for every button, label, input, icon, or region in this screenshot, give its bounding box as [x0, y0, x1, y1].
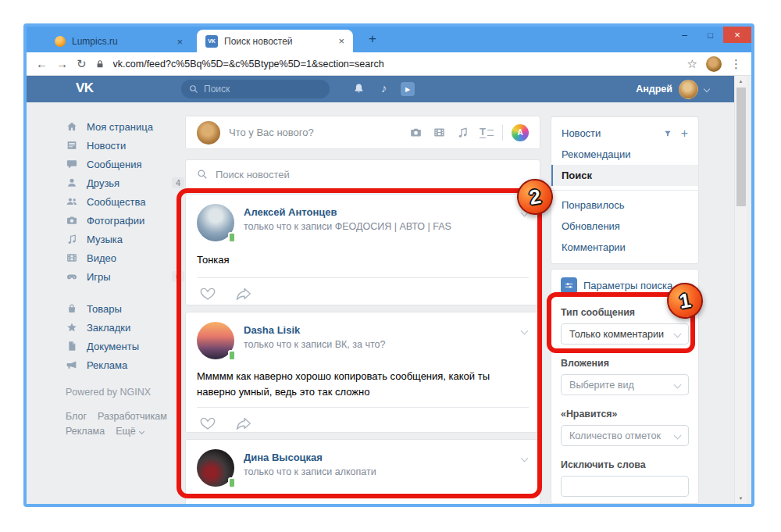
sidebar-item-photos[interactable]: Фотографии	[66, 211, 184, 230]
sidebar-item-market[interactable]: Товары	[66, 299, 184, 318]
chevron-down-icon	[139, 428, 144, 434]
likes-count-select[interactable]: Количество отметок	[561, 425, 689, 446]
scroll-down-icon[interactable]: ▼	[735, 496, 747, 501]
feed-tab-news[interactable]: Новости +	[551, 123, 698, 144]
address-input[interactable]: vk.com/feed?c%5Bq%5D=&c%5Btype%5D=1&sect…	[113, 59, 679, 70]
screenshot-stage: Lumpics.ru × VK Поиск новостей × + – □ ×…	[0, 0, 781, 532]
https-lock-icon	[95, 59, 105, 69]
tab-vk-news-search[interactable]: VK Поиск новостей ×	[197, 30, 353, 52]
sidebar-item-ads[interactable]: Реклама	[66, 355, 184, 374]
vk-favicon: VK	[205, 35, 218, 48]
account-menu[interactable]: Андрей	[636, 76, 709, 102]
search-placeholder: Поиск	[204, 84, 230, 95]
feed-tab-updates[interactable]: Обновления	[551, 216, 698, 237]
news-search-placeholder: Поиск новостей	[216, 169, 290, 180]
document-icon	[66, 340, 78, 352]
music-icon[interactable]: ♪	[381, 81, 387, 95]
filter-funnel-icon[interactable]	[663, 129, 672, 138]
bookmark-star-icon[interactable]: ☆	[687, 58, 697, 70]
browser-titlebar: Lumpics.ru × VK Поиск новостей × + – □ ×	[27, 27, 751, 52]
sidebar-item-messages[interactable]: Сообщения	[66, 155, 184, 173]
composer-divider	[502, 125, 503, 141]
star-icon	[66, 321, 78, 334]
chevron-down-icon	[674, 432, 682, 440]
post-background-picker-icon[interactable]: A	[512, 124, 529, 141]
home-icon	[66, 120, 78, 133]
tab-close-icon[interactable]: ×	[338, 35, 344, 47]
vk-topbar: VK Поиск ♪ ▶ Андрей	[27, 76, 734, 102]
sidebar-item-bookmarks[interactable]: Закладки	[66, 318, 184, 337]
feed-tab-liked[interactable]: Понравилось	[551, 195, 698, 216]
attach-music-icon[interactable]	[456, 126, 469, 139]
sidebar-gap	[66, 286, 184, 299]
video-play-icon[interactable]: ▶	[401, 82, 415, 96]
footer-link-developers[interactable]: Разработчикам	[98, 411, 167, 422]
news-search-input[interactable]: Поиск новостей	[185, 159, 540, 189]
footer-link-ads[interactable]: Реклама	[66, 426, 105, 437]
footer-link-more[interactable]: Ещё	[116, 426, 144, 437]
search-icon	[189, 84, 198, 94]
feed-sections-menu: Новости + Рекомендации Поиск Понравилось	[551, 116, 699, 264]
people-icon	[66, 195, 78, 208]
chat-bubble-icon	[66, 158, 78, 170]
exclude-words-field[interactable]	[561, 476, 689, 497]
search-icon	[197, 169, 208, 180]
back-icon[interactable]: ←	[36, 58, 48, 70]
attachments-select[interactable]: Выберите вид	[561, 374, 689, 395]
browser-profile-avatar[interactable]	[706, 56, 722, 72]
tab-title: Lumpics.ru	[72, 36, 170, 47]
feed-tab-comments[interactable]: Комментарии	[551, 237, 698, 258]
post-composer[interactable]: Что у Вас нового? T A	[185, 116, 540, 149]
sidebar-item-games[interactable]: Игры 6	[66, 267, 184, 286]
vk-logo[interactable]: VK	[76, 80, 94, 96]
sidebar-item-news[interactable]: Новости	[66, 136, 184, 155]
user-avatar	[679, 80, 698, 99]
new-tab-button[interactable]: +	[369, 31, 376, 47]
sidebar-item-video[interactable]: Видео	[66, 248, 184, 267]
feed-tab-search-active[interactable]: Поиск	[551, 165, 698, 186]
sidebar-item-music[interactable]: Музыка	[66, 230, 184, 248]
feed-tab-recommendations[interactable]: Рекомендации	[551, 144, 698, 165]
menu-divider	[551, 190, 698, 191]
notifications-bell-icon[interactable]	[352, 82, 366, 95]
page-scrollbar[interactable]: ▲ ▼	[734, 76, 747, 504]
maximize-button[interactable]: □	[697, 27, 723, 43]
forward-icon[interactable]: →	[56, 58, 68, 70]
person-icon	[66, 177, 78, 189]
vk-global-search-input[interactable]: Поиск	[181, 80, 330, 98]
attach-photo-icon[interactable]	[409, 126, 423, 139]
sidebar-item-my-page[interactable]: Моя страница	[66, 117, 184, 136]
powered-by-text: Powered by NGINX	[66, 387, 184, 398]
sidebar-item-communities[interactable]: Сообщества	[66, 192, 184, 211]
field-label-attachments: Вложения	[561, 358, 689, 369]
search-parameters-title: Параметры поиска	[583, 280, 672, 291]
footer-link-blog[interactable]: Блог	[66, 411, 87, 422]
composer-avatar	[197, 121, 220, 145]
sliders-icon	[561, 277, 577, 294]
sidebar-item-documents[interactable]: Документы	[66, 337, 184, 355]
news-icon	[66, 139, 78, 152]
film-icon	[66, 252, 78, 264]
browser-menu-kebab-icon[interactable]: ⋮	[730, 58, 742, 70]
scrollbar-thumb[interactable]	[736, 87, 746, 206]
close-button[interactable]: ×	[723, 27, 751, 43]
attach-video-icon[interactable]	[433, 126, 446, 139]
tab-close-icon[interactable]: ×	[177, 36, 183, 48]
tab-lumpics[interactable]: Lumpics.ru ×	[47, 30, 191, 52]
attach-article-icon[interactable]: T	[480, 127, 494, 138]
field-label-exclude-words: Исключить слова	[561, 459, 689, 470]
friends-count-badge: 4	[172, 177, 184, 188]
chevron-down-icon	[704, 86, 710, 92]
vk-left-menu: Моя страница Новости Сообщения Друзья 4	[66, 117, 184, 437]
composer-placeholder: Что у Вас нового?	[229, 127, 401, 138]
annotation-highlight-feed	[177, 188, 542, 498]
reload-icon[interactable]: ↻	[77, 58, 87, 70]
lumpics-favicon	[55, 36, 66, 47]
megaphone-icon	[66, 359, 78, 371]
exclude-words-input[interactable]	[569, 481, 680, 492]
user-name: Андрей	[636, 84, 672, 95]
minimize-button[interactable]: –	[672, 27, 697, 43]
sidebar-item-friends[interactable]: Друзья 4	[66, 173, 184, 192]
scroll-up-icon[interactable]: ▲	[735, 79, 747, 84]
add-list-icon[interactable]: +	[681, 127, 688, 140]
